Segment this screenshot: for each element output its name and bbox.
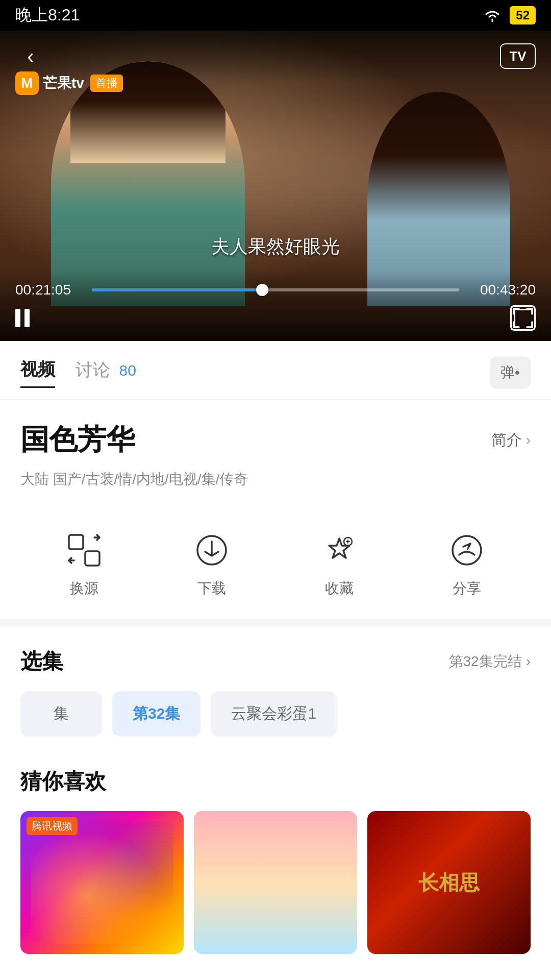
status-bar: 晚上8:21 52: [0, 0, 551, 31]
show-title: 国色芳华: [20, 421, 135, 459]
control-row: [15, 305, 536, 331]
chevron-right-episodes-icon: ›: [526, 653, 531, 670]
episodes-tabs: 集 第32集 云聚会彩蛋1: [20, 691, 531, 737]
episodes-more[interactable]: 第32集完结 ›: [449, 652, 531, 671]
download-icon-svg: [194, 532, 230, 568]
action-favorite[interactable]: 收藏: [319, 530, 360, 598]
download-icon: [191, 530, 232, 571]
favorite-icon-svg: [321, 532, 357, 568]
recommendations-section: 猜你喜欢 腾讯视频 长相思: [0, 747, 551, 964]
ep-tab-list[interactable]: 集: [20, 691, 102, 737]
actions-row: 换源 下载 收藏: [0, 520, 551, 627]
svg-rect-0: [69, 535, 83, 549]
svg-point-4: [453, 536, 481, 565]
info-section: 国色芳华 简介 › 大陆 国产/古装/情/内地/电视/集/传奇: [0, 400, 551, 520]
action-download[interactable]: 下载: [191, 530, 232, 598]
tab-video[interactable]: 视频: [20, 358, 55, 388]
fullscreen-icon: [512, 307, 534, 329]
status-time: 晚上8:21: [15, 4, 80, 27]
download-label: 下载: [197, 579, 226, 598]
back-button[interactable]: ‹: [15, 41, 46, 71]
wifi-icon: [483, 8, 502, 22]
tabs-section: 视频 讨论 80 弹•: [0, 341, 551, 400]
intro-button[interactable]: 简介 ›: [491, 430, 531, 451]
switch-source-icon: [64, 530, 105, 571]
tv-button[interactable]: TV: [500, 43, 536, 69]
recommendations-grid: 腾讯视频 长相思: [20, 811, 531, 954]
pause-bar-right: [24, 309, 30, 327]
mango-badge: 首播: [90, 75, 123, 92]
mango-icon: M: [15, 71, 39, 95]
video-player[interactable]: ‹ M 芒果tv 首播 TV 夫人果然好眼光 00:21:05 00:43:20: [0, 31, 551, 341]
video-controls: 00:21:05 00:43:20: [0, 270, 551, 341]
svg-rect-1: [85, 551, 99, 566]
subtitle: 夫人果然好眼光: [0, 234, 551, 259]
rec-card-3-text: 长相思: [418, 869, 480, 897]
switch-icon-svg: [66, 532, 102, 568]
favorite-label: 收藏: [325, 579, 354, 598]
video-top-bar: ‹ M 芒果tv 首播 TV: [0, 31, 551, 82]
recommendations-title: 猜你喜欢: [20, 767, 531, 796]
progress-bar[interactable]: [92, 288, 459, 291]
status-right: 52: [483, 6, 536, 24]
chevron-right-icon: ›: [526, 432, 531, 448]
pause-button[interactable]: [15, 309, 30, 327]
action-switch-source[interactable]: 换源: [64, 530, 105, 598]
danmu-button[interactable]: 弹•: [490, 356, 531, 389]
episodes-section: 选集 第32集完结 › 集 第32集 云聚会彩蛋1: [0, 627, 551, 747]
rec-card-1-badge: 腾讯视频: [27, 817, 78, 835]
discuss-badge: 80: [119, 362, 136, 379]
share-icon-svg: [449, 532, 485, 568]
pause-bar-left: [15, 309, 20, 327]
favorite-icon: [319, 530, 360, 571]
tab-discuss[interactable]: 讨论 80: [76, 358, 136, 387]
rec-card-1[interactable]: 腾讯视频: [20, 811, 184, 954]
share-icon: [446, 530, 487, 571]
switch-source-label: 换源: [70, 579, 98, 598]
mango-text: 芒果tv: [43, 74, 84, 93]
progress-fill: [92, 288, 268, 291]
episodes-title: 选集: [20, 647, 63, 676]
tags-row: 大陆 国产/古装/情/内地/电视/集/传奇: [20, 470, 531, 489]
rec-card-3[interactable]: 长相思: [367, 811, 531, 954]
mango-logo: M 芒果tv 首播: [15, 71, 123, 95]
rec-card-2[interactable]: [194, 811, 357, 954]
episodes-header: 选集 第32集完结 ›: [20, 647, 531, 676]
ep-tab-bonus[interactable]: 云聚会彩蛋1: [211, 691, 337, 737]
current-time: 00:21:05: [15, 282, 82, 298]
ep-tab-32[interactable]: 第32集: [112, 691, 201, 737]
share-label: 分享: [453, 579, 481, 598]
fullscreen-button[interactable]: [510, 305, 536, 331]
title-row: 国色芳华 简介 ›: [20, 421, 531, 459]
total-time: 00:43:20: [469, 282, 536, 298]
progress-thumb[interactable]: [256, 284, 268, 296]
progress-row[interactable]: 00:21:05 00:43:20: [15, 282, 536, 298]
battery-icon: 52: [510, 6, 536, 24]
action-share[interactable]: 分享: [446, 530, 487, 598]
